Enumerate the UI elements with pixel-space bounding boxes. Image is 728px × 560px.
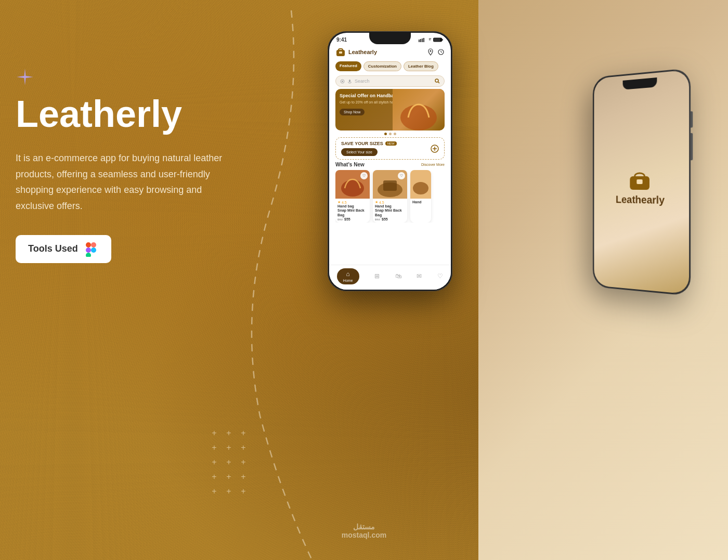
svg-rect-11	[434, 38, 440, 41]
svg-point-31	[413, 182, 428, 194]
svg-rect-18	[349, 80, 350, 82]
side-logo: Leathearly	[616, 168, 665, 206]
product-name-2: Hand bag	[375, 204, 405, 209]
nav-grid[interactable]: ⊞	[374, 272, 380, 281]
size-left: SAVE YOUR SIZES NEW Select Your size	[341, 141, 397, 156]
svg-point-21	[400, 105, 437, 131]
svg-rect-29	[383, 180, 397, 191]
side-button-volume	[691, 111, 693, 128]
wishlist-btn-2[interactable]: ♡	[398, 172, 405, 179]
side-button-power	[691, 133, 693, 160]
mic-icon	[347, 79, 352, 84]
whats-new-header: What's New Discover More	[335, 162, 445, 167]
app-logo-icon	[335, 47, 346, 57]
product-name-1: Hand bag	[337, 204, 368, 209]
tools-used-button[interactable]: Tools Used	[16, 235, 111, 263]
svg-rect-2	[86, 248, 91, 253]
tab-customization[interactable]: Customization	[363, 61, 401, 71]
svg-rect-6	[420, 39, 421, 42]
nav-bag[interactable]: 🛍	[395, 272, 401, 281]
banner-image	[393, 89, 445, 131]
search-bar[interactable]: Search	[335, 75, 445, 87]
plus-grid-decoration: +++ +++ +++ +++ +++	[208, 427, 250, 498]
svg-rect-13	[339, 51, 342, 54]
search-icon	[435, 79, 440, 84]
svg-rect-33	[636, 179, 642, 184]
svg-rect-5	[419, 40, 420, 42]
svg-rect-7	[422, 38, 423, 42]
banner-shop-button[interactable]: Shop Now	[340, 109, 365, 115]
header-icons	[427, 48, 445, 56]
rating-1: ★4.5	[337, 200, 368, 204]
app-description: It is an e-commerce app for buying natur…	[16, 150, 234, 214]
product-name-3: Hand	[412, 200, 429, 204]
camera-icon	[340, 79, 345, 84]
dot-3	[394, 133, 396, 135]
svg-rect-8	[423, 38, 424, 42]
product-image-1: ♡	[335, 170, 370, 199]
product-card-2[interactable]: ♡ ★4.5 Hand bag Snap Mini Back Bag $62 $…	[373, 170, 407, 223]
nav-heart[interactable]: ♡	[437, 272, 443, 281]
product-price-new-1: $55	[344, 217, 350, 221]
watermark: مستقل mostaql.com	[342, 523, 386, 539]
page-title: Leatherly	[16, 94, 265, 135]
svg-rect-1	[91, 242, 96, 248]
tab-featured[interactable]: Featured	[335, 61, 361, 71]
app-header: Leathearly	[329, 45, 451, 59]
status-time: 9:41	[336, 37, 347, 43]
bottom-nav: ⌂ Home ⊞ 🛍 ✉ ♡	[329, 265, 451, 290]
rating-2: ★4.5	[375, 200, 405, 204]
product-sub-1: Snap Mini Back Bag	[337, 209, 368, 217]
sparkle-decoration	[16, 68, 34, 88]
app-logo: Leathearly	[335, 47, 377, 57]
dot-2	[389, 133, 392, 135]
svg-point-26	[341, 180, 364, 197]
tools-label: Tools Used	[28, 243, 78, 254]
phone-side-mockup: Leathearly	[593, 68, 691, 296]
product-card-3[interactable]: Hand	[410, 170, 431, 223]
wishlist-btn-1[interactable]: ♡	[360, 172, 368, 179]
app-name: Leathearly	[348, 49, 377, 55]
tab-leather-blog[interactable]: Leather Blog	[404, 61, 438, 71]
whats-new-title: What's New	[335, 162, 365, 167]
discover-more-link[interactable]: Discover More	[421, 163, 445, 166]
svg-rect-10	[442, 39, 443, 41]
circle-icon	[431, 145, 439, 153]
svg-line-20	[438, 82, 440, 84]
svg-rect-3	[86, 253, 91, 257]
products-row: ♡ ★4.5 Hand bag Snap Mini Back Bag $62 $…	[335, 170, 445, 223]
side-logo-icon	[628, 168, 652, 189]
product-image-2: ♡	[373, 170, 407, 199]
status-icons	[419, 37, 444, 42]
svg-point-19	[435, 79, 438, 82]
watermark-url: mostaql.com	[342, 531, 386, 539]
search-placeholder: Search	[355, 79, 432, 84]
svg-point-17	[342, 81, 343, 82]
select-size-button[interactable]: Select Your size	[341, 148, 378, 156]
phone-front-mockup: 9:41 Leathearly	[328, 31, 452, 291]
nav-mail[interactable]: ✉	[417, 272, 422, 281]
product-image-3	[410, 170, 431, 199]
app-tabs[interactable]: Featured Customization Leather Blog	[329, 59, 451, 73]
whats-new-section: What's New Discover More ♡	[335, 162, 445, 223]
dot-1	[384, 133, 387, 135]
size-section[interactable]: SAVE YOUR SIZES NEW Select Your size	[335, 137, 445, 160]
left-content-section: Leatherly It is an e-commerce app for bu…	[16, 94, 265, 263]
side-logo-text: Leathearly	[616, 193, 665, 206]
svg-point-14	[430, 50, 432, 52]
watermark-arabic: مستقل	[342, 523, 386, 531]
svg-point-4	[91, 248, 96, 253]
figma-icon	[83, 241, 99, 257]
size-title: SAVE YOUR SIZES	[341, 141, 383, 146]
nav-home[interactable]: ⌂ Home	[337, 268, 359, 284]
app-banner: Special Offer on Handbags Get up to 20% …	[335, 89, 445, 131]
product-price-new-2: $55	[382, 217, 388, 221]
product-sub-2: Snap Mini Back Bag	[375, 209, 405, 217]
product-card-1[interactable]: ♡ ★4.5 Hand bag Snap Mini Back Bag $62 $…	[335, 170, 370, 223]
product-price-old-2: $62	[375, 218, 380, 221]
phone-notch	[369, 33, 411, 44]
new-badge: NEW	[385, 141, 397, 146]
banner-dots	[329, 133, 451, 135]
svg-rect-0	[86, 242, 91, 248]
product-price-old-1: $62	[337, 218, 343, 221]
